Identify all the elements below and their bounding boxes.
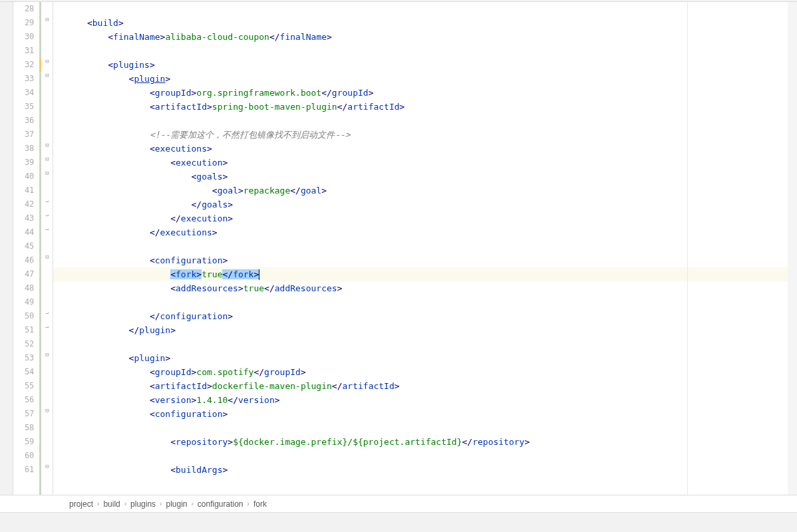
breadcrumb-bar: project›build›plugins›plugin›configurati… (0, 495, 797, 512)
breadcrumb-item-build[interactable]: build (100, 499, 122, 509)
code-line[interactable]: <artifactId>dockerfile-maven-plugin</art… (53, 379, 788, 393)
code-line[interactable]: <goals> (53, 170, 788, 184)
code-line[interactable]: </plugin> (53, 323, 788, 337)
line-number[interactable]: 50 (13, 309, 34, 323)
code-line[interactable]: <groupId>org.springframework.boot</group… (53, 86, 788, 100)
code-line[interactable] (53, 449, 788, 463)
change-marker (39, 58, 41, 72)
code-line[interactable] (53, 337, 788, 351)
code-line[interactable]: <executions> (53, 142, 788, 156)
line-number[interactable]: 41 (13, 184, 34, 198)
fold-close-icon[interactable]: ⌐ (43, 309, 51, 317)
line-number[interactable]: 34 (13, 86, 34, 100)
fold-expand-icon[interactable]: ⊟ (43, 170, 51, 177)
chevron-right-icon: › (190, 500, 194, 507)
fold-expand-icon[interactable]: ⊟ (43, 351, 51, 358)
line-number[interactable]: 61 (13, 463, 34, 477)
code-line[interactable]: <artifactId>spring-boot-maven-plugin</ar… (53, 100, 788, 114)
line-number[interactable]: 55 (13, 379, 34, 393)
line-number[interactable]: 43 (13, 211, 34, 225)
code-line[interactable]: </goals> (53, 198, 788, 211)
fold-close-icon[interactable]: ⌐ (43, 198, 51, 205)
code-line[interactable] (53, 2, 788, 16)
breadcrumb-item-configuration[interactable]: configuration (195, 499, 246, 509)
code-line[interactable] (53, 421, 788, 435)
code-line[interactable] (53, 295, 788, 309)
fold-close-icon[interactable]: ⌐ (43, 323, 51, 331)
line-number[interactable]: 40 (13, 170, 34, 184)
code-line[interactable]: <plugins> (53, 58, 788, 72)
code-line[interactable]: </executions> (53, 225, 788, 239)
line-number[interactable]: 33 (13, 72, 34, 86)
code-line[interactable]: <buildArgs> (53, 463, 788, 477)
line-number[interactable]: 56 (13, 393, 34, 407)
code-line[interactable] (53, 44, 788, 58)
line-number[interactable]: 28 (13, 2, 34, 16)
line-number[interactable]: 48 (13, 281, 34, 295)
code-line[interactable]: <!--需要加这个，不然打包镜像找不到启动文件--> (53, 128, 788, 142)
line-number[interactable]: 53 (13, 351, 34, 365)
line-number[interactable]: 47 (13, 267, 34, 281)
code-line[interactable]: <plugin> (53, 351, 788, 365)
code-line[interactable]: <fork>true</fork> (53, 267, 788, 281)
fold-expand-icon[interactable]: ⊟ (43, 407, 51, 414)
line-number[interactable]: 45 (13, 239, 34, 253)
line-number[interactable]: 58 (13, 421, 34, 435)
line-number[interactable]: 32 (13, 58, 34, 72)
line-number[interactable]: 52 (13, 337, 34, 351)
line-number[interactable]: 57 (13, 407, 34, 421)
fold-expand-icon[interactable]: ⊟ (43, 156, 51, 163)
breadcrumb-item-plugin[interactable]: plugin (163, 499, 190, 509)
code-line[interactable]: <configuration> (53, 253, 788, 267)
fold-expand-icon[interactable]: ⊟ (43, 463, 51, 470)
line-number[interactable]: 54 (13, 365, 34, 379)
breadcrumb-item-plugins[interactable]: plugins (128, 499, 158, 509)
line-number[interactable]: 49 (13, 295, 34, 309)
line-number[interactable]: 42 (13, 198, 34, 211)
code-line[interactable] (53, 239, 788, 253)
fold-close-icon[interactable]: ⌐ (43, 225, 51, 233)
line-number[interactable]: 29 (13, 16, 34, 30)
fold-expand-icon[interactable]: ⊟ (43, 253, 51, 261)
code-line[interactable]: <configuration> (53, 407, 788, 421)
vertical-scrollbar[interactable] (788, 2, 797, 495)
code-line[interactable]: <goal>repackage</goal> (53, 184, 788, 198)
gutter: 2829303132333435363738394041424344454647… (13, 2, 53, 495)
code-line[interactable]: </configuration> (53, 309, 788, 323)
editor-area: 2829303132333435363738394041424344454647… (0, 2, 797, 495)
code-line[interactable]: <execution> (53, 156, 788, 170)
fold-expand-icon[interactable]: ⊟ (43, 72, 51, 79)
fold-column: ⊟⊟⊟⊟⊟⊟⌐⌐⌐⊟⌐⌐⊟⊟⊟ (39, 2, 53, 495)
code-line[interactable]: <addResources>true</addResources> (53, 281, 788, 295)
line-number[interactable]: 30 (13, 30, 34, 44)
line-number[interactable]: 37 (13, 128, 34, 142)
line-number[interactable]: 46 (13, 253, 34, 267)
line-number[interactable]: 59 (13, 435, 34, 449)
line-number[interactable]: 39 (13, 156, 34, 170)
code-line[interactable]: <finalName>alibaba-cloud-coupon</finalNa… (53, 30, 788, 44)
code-line[interactable] (53, 114, 788, 128)
code-line[interactable]: <repository>${docker.image.prefix}/${pro… (53, 435, 788, 449)
fold-expand-icon[interactable]: ⊟ (43, 16, 51, 23)
line-number[interactable]: 51 (13, 323, 34, 337)
breadcrumb-item-fork[interactable]: fork (251, 499, 269, 509)
left-sidebar (0, 2, 13, 495)
line-number[interactable]: 60 (13, 449, 34, 463)
code-line[interactable]: <groupId>com.spotify</groupId> (53, 365, 788, 379)
line-number[interactable]: 35 (13, 100, 34, 114)
line-number[interactable]: 44 (13, 225, 34, 239)
line-number[interactable]: 31 (13, 44, 34, 58)
caret (259, 269, 259, 280)
code-line[interactable]: <version>1.4.10</version> (53, 393, 788, 407)
code-area[interactable]: <build> <finalName>alibaba-cloud-coupon<… (53, 2, 788, 495)
line-number[interactable]: 38 (13, 142, 34, 156)
code-line[interactable]: <build> (53, 16, 788, 30)
fold-close-icon[interactable]: ⌐ (43, 211, 51, 219)
line-number[interactable]: 36 (13, 114, 34, 128)
code-line[interactable]: </execution> (53, 211, 788, 225)
fold-expand-icon[interactable]: ⊟ (43, 142, 51, 149)
chevron-right-icon: › (246, 500, 251, 507)
fold-expand-icon[interactable]: ⊟ (43, 58, 51, 65)
code-line[interactable]: <plugin> (53, 72, 788, 86)
breadcrumb-item-project[interactable]: project (67, 499, 96, 509)
